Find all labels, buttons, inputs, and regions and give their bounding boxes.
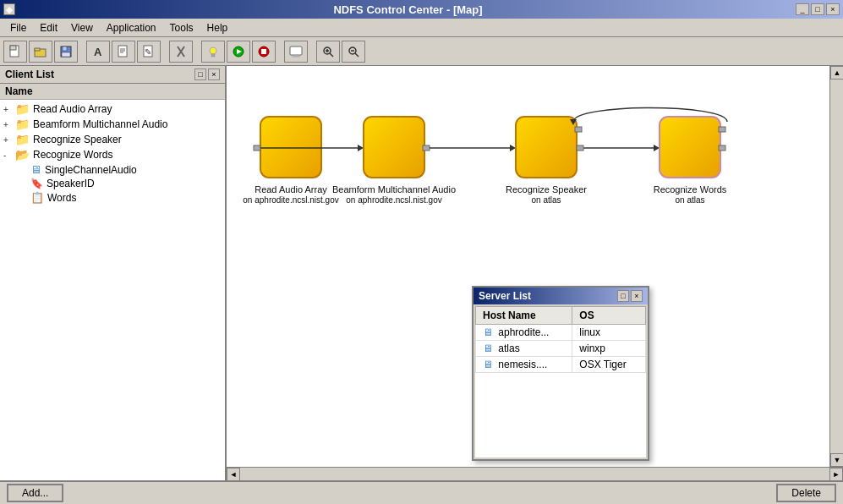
menu-edit[interactable]: Edit: [33, 20, 64, 36]
tree-label-single-channel: SingleChannelAudio: [45, 164, 137, 176]
map-inner: Read Audio Array on aphrodite.ncsl.nist.…: [227, 66, 843, 467]
col-os: OS: [572, 307, 646, 325]
svg-rect-40: [516, 117, 577, 178]
expand-icon: +: [3, 105, 15, 114]
server-os-3: OSX Tiger: [572, 357, 646, 373]
main-layout: Client List □ × Name + 📁 Read Audio Arra…: [0, 66, 843, 480]
panel-close-btn[interactable]: ×: [208, 68, 220, 80]
menu-view[interactable]: View: [64, 20, 100, 36]
vertical-scrollbar[interactable]: ▲ ▼: [829, 66, 843, 467]
svg-text:A: A: [94, 46, 102, 58]
dialog-empty-area: [475, 373, 646, 457]
tree-item-speakerid[interactable]: 🔖 SpeakerID: [0, 177, 225, 190]
tree-item-words[interactable]: 📋 Words: [0, 190, 225, 205]
tree-item-read-audio[interactable]: + 📁 Read Audio Array: [0, 101, 225, 117]
delete-button[interactable]: Delete: [776, 484, 836, 502]
toolbar-run[interactable]: [227, 41, 250, 63]
toolbar-cut[interactable]: [169, 41, 193, 63]
svg-text:✎: ✎: [145, 47, 151, 57]
folder-icon-words: 📂: [15, 148, 30, 162]
tree-item-single-channel[interactable]: 🖥 SingleChannelAudio: [0, 162, 225, 177]
tree-label-beamform: Beamform Multichannel Audio: [33, 118, 167, 130]
client-list-panel: Client List □ × Name + 📁 Read Audio Arra…: [0, 66, 227, 480]
scroll-up-btn[interactable]: ▲: [830, 66, 843, 79]
server-host-3: 🖥 nemesis....: [476, 357, 572, 373]
server-host-2: 🖥 atlas: [476, 341, 572, 357]
folder-icon: 📁: [15, 102, 30, 116]
scroll-track-v[interactable]: [830, 79, 843, 453]
svg-rect-21: [261, 49, 266, 54]
dialog-header: Server List □ ×: [474, 288, 648, 304]
svg-text:on atlas: on atlas: [675, 195, 704, 205]
expand-icon-words: -: [3, 151, 15, 160]
dialog-restore-btn[interactable]: □: [617, 290, 629, 302]
menu-file[interactable]: File: [3, 20, 33, 36]
toolbar-edit[interactable]: ✎: [137, 41, 161, 63]
toolbar-monitor[interactable]: [284, 41, 308, 63]
expand-icon-beamform: +: [3, 120, 15, 129]
tree-label-read-audio: Read Audio Array: [33, 103, 112, 115]
toolbar-open[interactable]: [29, 41, 52, 63]
dialog-body: Host Name OS 🖥 aphrodite...: [474, 304, 648, 459]
close-button[interactable]: ×: [826, 3, 840, 15]
svg-rect-17: [211, 54, 215, 57]
svg-rect-44: [577, 145, 583, 151]
panel-restore-btn[interactable]: □: [194, 68, 206, 80]
toolbar-light[interactable]: [201, 41, 225, 63]
svg-point-16: [210, 47, 216, 54]
bottom-bar: Add... Delete: [0, 480, 843, 504]
window-title: NDFS Control Center - [Map]: [20, 3, 796, 16]
tree-item-recognize-words[interactable]: - 📂 Recognize Words: [0, 147, 225, 162]
dialog-title: Server List: [479, 290, 531, 302]
client-list-header: Client List □ ×: [0, 66, 225, 84]
file-icon-single: 🖥: [30, 163, 41, 176]
tree-label-words: Words: [47, 192, 76, 204]
toolbar-zoom-out[interactable]: [342, 41, 365, 63]
server-icon-2: 🖥: [483, 342, 493, 354]
tree-item-recognize-speaker[interactable]: + 📁 Recognize Speaker: [0, 132, 225, 147]
svg-text:Recognize Speaker: Recognize Speaker: [506, 184, 587, 194]
svg-rect-37: [423, 145, 430, 151]
server-table: Host Name OS 🖥 aphrodite...: [475, 306, 646, 373]
dialog-close-btn[interactable]: ×: [631, 290, 643, 302]
tree-items: + 📁 Read Audio Array + 📁 Beamform Multic…: [0, 100, 225, 480]
svg-text:on aphrodite.ncsl.nist.gov: on aphrodite.ncsl.nist.gov: [243, 195, 338, 205]
server-row-2[interactable]: 🖥 atlas winxp: [476, 341, 646, 357]
map-area: Read Audio Array on aphrodite.ncsl.nist.…: [227, 66, 829, 467]
toolbar-doc[interactable]: [112, 41, 135, 63]
folder-icon-beamform: 📁: [15, 118, 30, 131]
window-controls[interactable]: _ □ ×: [796, 3, 840, 15]
expand-icon-speaker: +: [3, 135, 15, 145]
map-wrapper: Read Audio Array on aphrodite.ncsl.nist.…: [227, 66, 843, 480]
svg-text:Read Audio Array: Read Audio Array: [255, 184, 327, 194]
server-row-3[interactable]: 🖥 nemesis.... OSX Tiger: [476, 357, 646, 373]
col-header-name: Name: [0, 84, 225, 100]
toolbar-zoom-in[interactable]: [316, 41, 340, 63]
tree-item-beamform[interactable]: + 📁 Beamform Multichannel Audio: [0, 117, 225, 132]
svg-marker-45: [654, 145, 660, 151]
toolbar-save[interactable]: [54, 41, 78, 63]
add-button[interactable]: Add...: [7, 484, 63, 502]
flow-diagram: Read Audio Array on aphrodite.ncsl.nist.…: [235, 100, 829, 286]
tree-label-recognize-speaker: Recognize Speaker: [33, 134, 122, 145]
server-icon-1: 🖥: [483, 326, 493, 338]
toolbar-stop[interactable]: [252, 41, 276, 63]
client-list-title: Client List: [5, 68, 54, 80]
minimize-button[interactable]: _: [796, 3, 809, 15]
toolbar-new[interactable]: [3, 41, 27, 63]
menu-help[interactable]: Help: [200, 20, 235, 36]
scroll-down-btn[interactable]: ▼: [830, 453, 843, 467]
file-icon-words: 📋: [30, 191, 44, 204]
svg-text:on aphrodite.ncsl.nist.gov: on aphrodite.ncsl.nist.gov: [346, 195, 441, 205]
server-row-1[interactable]: 🖥 aphrodite... linux: [476, 325, 646, 341]
toolbar-text[interactable]: A: [86, 41, 110, 63]
svg-marker-39: [510, 145, 516, 151]
scroll-right-btn[interactable]: ►: [829, 468, 843, 481]
svg-rect-5: [63, 47, 67, 51]
horizontal-scrollbar[interactable]: ◄ ►: [227, 467, 843, 480]
menu-tools[interactable]: Tools: [163, 20, 200, 36]
menu-application[interactable]: Application: [100, 20, 163, 36]
svg-rect-1: [10, 46, 16, 50]
maximize-button[interactable]: □: [811, 3, 824, 15]
scroll-left-btn[interactable]: ◄: [227, 468, 240, 481]
